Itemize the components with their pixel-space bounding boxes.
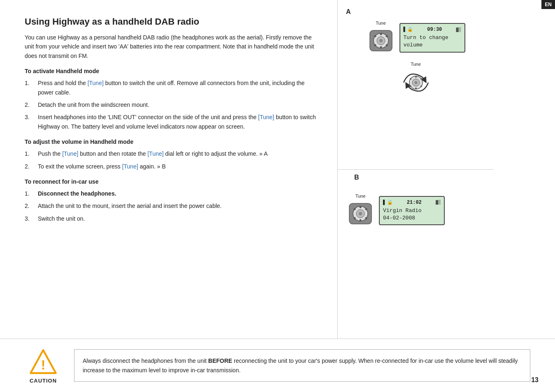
- list-item: 2. Attach the unit to the mount, insert …: [25, 201, 321, 210]
- list-num: 1.: [25, 78, 38, 97]
- caution-box: Always disconnect the headphones from th…: [74, 349, 530, 382]
- lcd-top-row-a: ▋ 🔒 09:30 ▓▒: [404, 26, 461, 33]
- lcd-icons-b: ▋ 🔒: [383, 200, 393, 206]
- svg-point-18: [410, 78, 411, 80]
- intro-text: You can use Highway as a personal handhe…: [25, 33, 321, 60]
- svg-point-7: [380, 46, 382, 48]
- tune-ref: [Tune]: [62, 150, 78, 157]
- svg-point-25: [365, 217, 367, 219]
- section1-heading: To activate Handheld mode: [25, 68, 321, 74]
- svg-point-28: [354, 208, 356, 210]
- diagram-b: B Tune: [338, 169, 494, 339]
- tune-ref: [Tune]: [122, 163, 138, 170]
- section-b-relative: B Tune: [346, 174, 485, 228]
- page-number: 13: [531, 376, 539, 384]
- signal-bar-icon: ▋: [404, 27, 406, 33]
- svg-point-27: [354, 217, 356, 219]
- svg-point-12: [414, 81, 417, 84]
- list-text: Push the [Tune] button and then rotate t…: [38, 149, 321, 158]
- lcd-icons-a: ▋ 🔒: [404, 27, 413, 33]
- list-text: Insert headphones into the 'LINE OUT' co…: [38, 113, 321, 131]
- tune-label-b: Tune: [355, 194, 366, 198]
- battery-icon-a: ▓▒: [456, 27, 461, 33]
- section1-list: 1. Press and hold the [Tune] button to s…: [25, 78, 321, 131]
- tune-ref: [Tune]: [88, 80, 104, 86]
- lcd-time-b: 21:02: [407, 199, 422, 206]
- tune-ref: [Tune]: [147, 150, 163, 157]
- lcd-screen-b: ▋ 🔒 21:02 ▓▒ Virgin Radio 04-02-2008: [379, 196, 445, 225]
- svg-point-9: [374, 35, 376, 37]
- section3-list: 1. Disconnect the headphones. 2. Attach …: [25, 189, 321, 223]
- list-text: Attach the unit to the mount, insert the…: [38, 201, 321, 210]
- list-text: Press and hold the [Tune] button to swit…: [38, 78, 321, 97]
- list-item: 2. Detach the unit from the windscreen m…: [25, 100, 321, 109]
- svg-point-6: [385, 44, 388, 46]
- svg-point-23: [360, 206, 362, 208]
- list-item: 3. Insert headphones into the 'LINE OUT'…: [25, 113, 321, 131]
- device-tune-b: Tune: [346, 194, 375, 228]
- list-num: 3.: [25, 214, 38, 223]
- device-row-b: Tune: [346, 194, 485, 228]
- svg-point-26: [360, 219, 362, 221]
- list-item: 1. Press and hold the [Tune] button to s…: [25, 78, 321, 97]
- list-text: Disconnect the headphones.: [38, 189, 321, 198]
- tune-ref: [Tune]: [258, 114, 274, 120]
- svg-text:!: !: [41, 357, 46, 372]
- list-num: 1.: [25, 189, 38, 198]
- list-num: 2.: [25, 201, 38, 210]
- svg-point-8: [374, 44, 376, 46]
- lock-icon-b: 🔒: [387, 200, 393, 206]
- svg-point-3: [379, 39, 383, 42]
- rotate-dial-area: Tune: [399, 62, 432, 97]
- list-text: Switch the unit on.: [38, 214, 321, 223]
- diagram-a: A Tune: [338, 0, 494, 169]
- device-tune-a: Tune: [367, 21, 395, 55]
- page-title: Using Highway as a handheld DAB radio: [25, 16, 321, 27]
- list-num: 3.: [25, 113, 38, 131]
- lcd-time-a: 09:30: [427, 26, 442, 33]
- list-item: 3. Switch the unit on.: [25, 214, 321, 223]
- svg-point-17: [410, 85, 411, 87]
- svg-point-16: [415, 88, 417, 89]
- diagram-b-label: B: [354, 174, 494, 181]
- rotate-dial-label: Tune: [411, 62, 421, 67]
- section2-heading: To adjust the volume in Handheld mode: [25, 138, 321, 145]
- diagram-a-label: A: [346, 8, 351, 16]
- lcd-screen-a: ▋ 🔒 09:30 ▓▒ Turn to change volume: [399, 23, 465, 52]
- en-badge: EN: [541, 0, 555, 9]
- svg-point-13: [415, 76, 417, 78]
- tune-dial-a: [367, 26, 395, 55]
- svg-point-5: [385, 35, 388, 37]
- list-num: 1.: [25, 149, 38, 158]
- section3-heading: To reconnect for in-car use: [25, 178, 321, 185]
- list-item: 2. To exit the volume screen, press [Tun…: [25, 162, 321, 171]
- before-bold: BEFORE: [208, 357, 232, 364]
- lock-icon: 🔒: [407, 27, 413, 33]
- svg-point-22: [359, 212, 362, 215]
- lcd-main-b2: 04-02-2008: [383, 214, 441, 222]
- rotate-dial-svg: [399, 68, 432, 97]
- caution-section: ! CAUTION Always disconnect the headphon…: [0, 339, 555, 392]
- list-item: 1. Push the [Tune] button and then rotat…: [25, 149, 321, 158]
- caution-icon-wrap: ! CAUTION: [25, 347, 62, 384]
- caution-label: CAUTION: [30, 378, 57, 384]
- list-item: 1. Disconnect the headphones.: [25, 189, 321, 198]
- signal-bar-icon-b: ▋: [383, 200, 386, 206]
- tune-dial-b: [346, 199, 375, 228]
- lcd-top-row-b: ▋ 🔒 21:02 ▓▒: [383, 199, 441, 206]
- list-num: 2.: [25, 100, 38, 109]
- svg-point-24: [365, 208, 367, 210]
- svg-point-14: [420, 78, 422, 80]
- list-num: 2.: [25, 162, 38, 171]
- battery-icon-b: ▓▒: [436, 200, 441, 205]
- page: Using Highway as a handheld DAB radio Yo…: [0, 0, 555, 392]
- svg-point-4: [380, 33, 382, 35]
- lcd-main-a2: volume: [404, 42, 461, 49]
- device-row-a: Tune: [367, 21, 465, 55]
- section2-list: 1. Push the [Tune] button and then rotat…: [25, 149, 321, 171]
- right-column: EN A Tune: [337, 0, 494, 339]
- list-text: To exit the volume screen, press [Tune] …: [38, 162, 321, 171]
- tune-label-a: Tune: [376, 21, 386, 25]
- caution-triangle-icon: !: [29, 347, 58, 376]
- lcd-main-a: Turn to change: [404, 34, 461, 42]
